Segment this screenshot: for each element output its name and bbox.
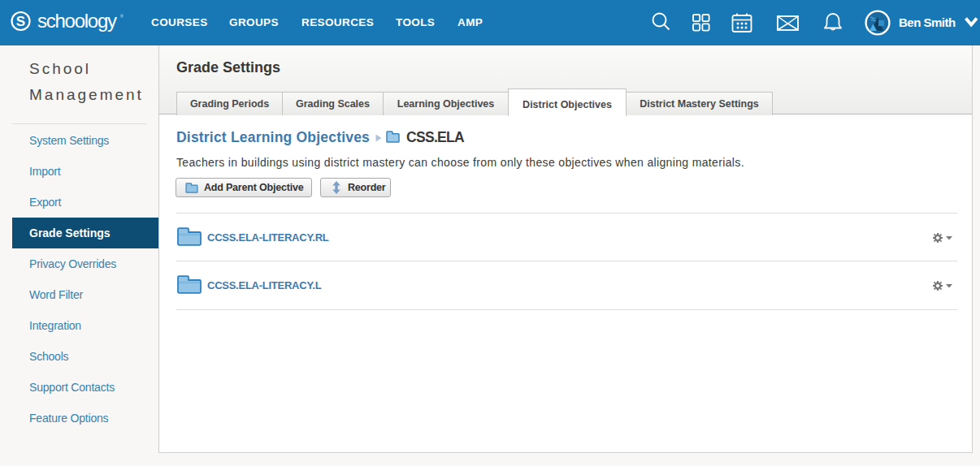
svg-text:schoology: schoology bbox=[37, 11, 117, 32]
svg-text:®: ® bbox=[120, 14, 124, 19]
svg-text:S: S bbox=[16, 14, 25, 29]
